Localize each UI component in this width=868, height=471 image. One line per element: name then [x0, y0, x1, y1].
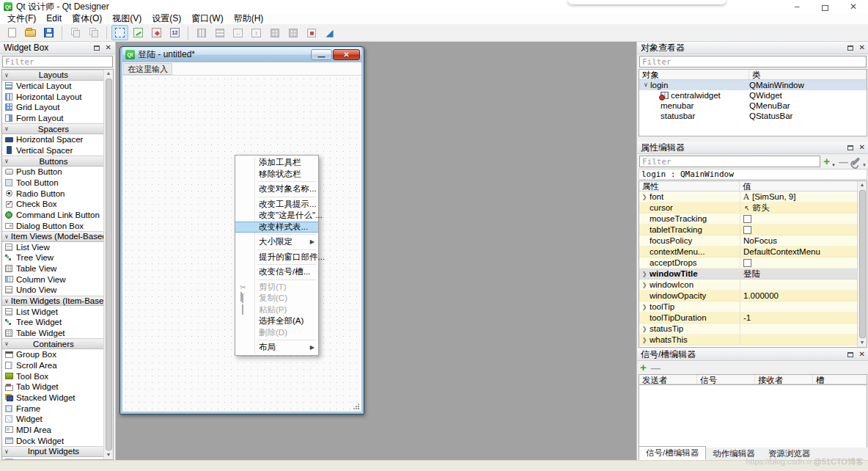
edit-signals-slots-button[interactable] [130, 25, 147, 40]
menu-window[interactable]: 窗口(W) [186, 13, 228, 24]
menu-file[interactable]: 文件(F) [2, 13, 41, 24]
menu-change-tooltip[interactable]: 改变工具提示... [235, 199, 318, 211]
minimize-icon[interactable]: – [791, 1, 803, 12]
float-panel-icon[interactable] [847, 45, 853, 51]
property-row-tooltipduration[interactable]: toolTipDuration-1 [639, 313, 867, 324]
widget-box-scrollbar[interactable]: ▲ ▼ [103, 70, 113, 459]
add-connection-button[interactable]: + [640, 362, 647, 373]
property-row-tablettracking[interactable]: tabletTracking [639, 224, 867, 236]
menu-settings[interactable]: 设置(S) [147, 13, 186, 24]
close-panel-icon[interactable]: ✕ [859, 144, 865, 151]
scroll-down-icon[interactable]: ▼ [106, 451, 111, 459]
property-row-contextmenu[interactable]: contextMenu...DefaultContextMenu [639, 247, 867, 258]
widget-command-link-button[interactable]: Command Link Button [2, 210, 103, 221]
edit-widgets-button[interactable] [111, 25, 128, 40]
checkbox-unchecked[interactable] [743, 259, 751, 267]
adjust-size-button[interactable]: ◢ [321, 25, 338, 40]
configure-wrench-icon[interactable] [852, 157, 861, 166]
section-input-widgets[interactable]: ∨Input Widgets [2, 446, 103, 457]
widget-group-box[interactable]: Group Box [2, 349, 103, 360]
column-receiver[interactable]: 接收者 [755, 375, 813, 384]
menu-form[interactable]: 窗体(O) [67, 13, 107, 24]
expander-icon[interactable]: ∨ [641, 80, 650, 90]
widget-tree-view[interactable]: Tree View [2, 252, 103, 263]
widget-vertical-spacer[interactable]: Vertical Spacer [2, 145, 103, 156]
menu-view[interactable]: 视图(V) [107, 13, 147, 24]
widget-undo-view[interactable]: Undo View [2, 285, 103, 296]
object-row-statusbar[interactable]: statusbar QStatusBar [639, 111, 867, 121]
resize-grip-icon[interactable] [356, 406, 357, 407]
add-dynamic-property-button[interactable]: + [823, 156, 830, 167]
section-containers[interactable]: ∨Containers [2, 338, 103, 349]
property-row-cursor[interactable]: cursor↖箭头 [639, 202, 867, 213]
property-row-font[interactable]: ❯fontA[SimSun, 9] [639, 191, 867, 202]
property-row-tooltip[interactable]: ❯toolTip [639, 302, 867, 313]
menu-add-toolbar[interactable]: 添加工具栏 [235, 157, 318, 169]
column-signal[interactable]: 信号 [697, 375, 755, 384]
property-filter-input[interactable] [639, 156, 820, 167]
object-inspector-filter-input[interactable] [639, 56, 867, 67]
section-item-widgets[interactable]: ∨Item Widgets (Item-Based) [2, 296, 103, 307]
property-row-whatsthis[interactable]: ❯whatsThis [639, 335, 867, 346]
edit-tab-order-button[interactable]: 12 [166, 25, 183, 40]
open-form-button[interactable] [22, 25, 39, 40]
property-row-windowicon[interactable]: ❯windowIcon [639, 280, 867, 291]
scroll-up-icon[interactable]: ▲ [106, 70, 111, 78]
column-class[interactable]: 类 [749, 70, 867, 79]
widget-grid-layout[interactable]: Grid Layout [2, 102, 103, 113]
column-sender[interactable]: 发送者 [639, 375, 697, 384]
property-row-windowopacity[interactable]: windowOpacity1.000000 [639, 291, 867, 302]
type-here-menu-placeholder[interactable]: 在这里输入 [123, 63, 172, 75]
property-row-acceptdrops[interactable]: acceptDrops [639, 258, 867, 269]
widget-mdi-area[interactable]: MDI Area [2, 425, 103, 436]
expander-icon[interactable]: ❯ [639, 282, 650, 288]
section-item-views[interactable]: ∨Item Views (Model-Based) [2, 231, 103, 242]
menu-change-whatsthis[interactable]: 改变"这是什么"... [235, 210, 318, 222]
scrollbar-thumb[interactable] [106, 78, 112, 450]
widget-horizontal-spacer[interactable]: Horizontal Spacer [2, 134, 103, 145]
connection-list-empty[interactable] [639, 384, 867, 455]
form-minimize-button[interactable]: — [311, 49, 332, 60]
menu-help[interactable]: 帮助(H) [229, 13, 269, 24]
new-form-button[interactable] [4, 25, 21, 40]
menu-change-stylesheet[interactable]: 改变样式表... [235, 222, 318, 233]
menu-promote-widget[interactable]: 提升的窗口部件... [235, 252, 318, 263]
form-close-button[interactable]: ✕ [333, 49, 360, 60]
widget-stacked-widget[interactable]: Stacked Widget [2, 392, 103, 404]
widget-list-widget[interactable]: List Widget [2, 306, 103, 317]
property-row-mousetracking[interactable]: mouseTracking [639, 213, 867, 224]
column-slot[interactable]: 槽 [813, 375, 868, 384]
property-row-statustip[interactable]: ❯statusTip [639, 324, 867, 335]
object-row-login[interactable]: ∨login QMainWindow [639, 80, 867, 90]
widget-form-layout[interactable]: Form Layout [2, 113, 103, 124]
widget-tree-widget[interactable]: Tree Widget [2, 317, 103, 328]
close-panel-icon[interactable]: ✕ [859, 351, 865, 358]
widget-tab-widget[interactable]: Tab Widget [2, 381, 103, 392]
widget-radio-button[interactable]: Radio Button [2, 188, 103, 199]
expander-icon[interactable]: ❯ [639, 194, 650, 200]
column-property[interactable]: 属性 [639, 181, 740, 191]
float-panel-icon[interactable] [847, 352, 853, 357]
scroll-down-icon[interactable]: ▼ [860, 339, 865, 347]
widget-table-widget[interactable]: Table Widget [2, 328, 103, 339]
widget-column-view[interactable]: Column View [2, 274, 103, 285]
menu-size-constraints[interactable]: 大小限定▶ [235, 236, 318, 248]
expander-icon[interactable]: ❯ [639, 337, 650, 343]
property-row-windowtitle[interactable]: ❯windowTitle登陆 [639, 269, 867, 280]
menu-change-object-name[interactable]: 改变对象名称... [235, 183, 318, 195]
section-buttons[interactable]: ∨Buttons [2, 156, 103, 167]
object-row-centralwidget[interactable]: centralwidget QWidget [639, 90, 867, 101]
edit-buddies-button[interactable] [148, 25, 165, 40]
maximize-icon[interactable] [822, 5, 828, 11]
menu-select-all[interactable]: 选择全部(A) [235, 315, 318, 327]
column-value[interactable]: 值 [740, 181, 867, 191]
scroll-up-icon[interactable]: ▲ [860, 181, 865, 189]
object-row-menubar[interactable]: menubar QMenuBar [639, 101, 867, 111]
form-titlebar[interactable]: Qt 登陆 - untitled* — ✕ [122, 47, 361, 62]
close-panel-icon[interactable]: ✕ [859, 44, 865, 51]
widget-dialog-button-box[interactable]: Dialog Button Box [2, 220, 103, 231]
checkbox-unchecked[interactable] [743, 215, 751, 223]
tab-signal-slot-editor[interactable]: 信号/槽编辑器 [639, 446, 706, 460]
widget-scroll-area[interactable]: Scroll Area [2, 360, 103, 371]
section-spacers[interactable]: ∨Spacers [2, 123, 103, 134]
